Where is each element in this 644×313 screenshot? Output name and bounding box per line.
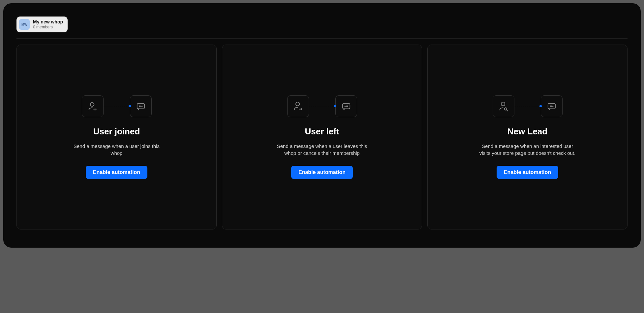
- enable-automation-button[interactable]: Enable automation: [291, 166, 353, 179]
- icon-row: [493, 95, 563, 117]
- whop-members: 0 members: [33, 25, 63, 29]
- whop-badge-text: My new whop 0 members: [33, 19, 63, 29]
- automation-card-user-left: User left Send a message when a user lea…: [222, 45, 422, 229]
- user-search-icon: [493, 95, 514, 117]
- svg-point-6: [141, 106, 142, 106]
- main-panel: MW My new whop 0 members: [3, 3, 641, 248]
- automation-cards-row: User joined Send a message when a user j…: [16, 45, 628, 229]
- card-title: User left: [305, 126, 339, 137]
- message-icon: [130, 95, 152, 117]
- svg-point-7: [295, 102, 299, 106]
- whop-avatar: MW: [19, 19, 30, 30]
- svg-point-17: [551, 106, 552, 106]
- card-description: Send a message when a user joins this wh…: [67, 143, 166, 156]
- enable-automation-button[interactable]: Enable automation: [86, 166, 147, 179]
- connector-dot-icon: [539, 105, 542, 107]
- svg-point-4: [139, 106, 140, 106]
- svg-point-12: [501, 102, 505, 106]
- card-description: Send a message when an interested user v…: [478, 143, 577, 156]
- enable-automation-button[interactable]: Enable automation: [497, 166, 558, 179]
- card-title: New Lead: [507, 126, 547, 137]
- whop-avatar-text: MW: [21, 23, 27, 26]
- svg-point-0: [90, 102, 94, 106]
- whop-name: My new whop: [33, 19, 63, 25]
- card-description: Send a message when a user leaves this w…: [273, 143, 372, 156]
- svg-point-10: [346, 106, 347, 106]
- connector-dot-icon: [129, 105, 131, 107]
- svg-point-11: [347, 106, 348, 106]
- message-icon: [335, 95, 357, 117]
- user-arrow-icon: [287, 95, 309, 117]
- svg-line-14: [506, 110, 508, 111]
- user-plus-icon: [82, 95, 104, 117]
- connector: [514, 106, 541, 106]
- automation-card-user-joined: User joined Send a message when a user j…: [16, 45, 217, 229]
- card-title: User joined: [93, 126, 140, 137]
- automation-card-new-lead: New Lead Send a message when an interest…: [427, 45, 628, 229]
- svg-point-18: [552, 106, 553, 106]
- icon-row: [82, 95, 152, 117]
- whop-badge[interactable]: MW My new whop 0 members: [16, 17, 68, 32]
- connector: [309, 106, 335, 106]
- svg-point-16: [550, 106, 551, 106]
- divider: [16, 38, 628, 39]
- icon-row: [287, 95, 357, 117]
- connector-dot-icon: [334, 105, 336, 107]
- svg-point-5: [140, 106, 141, 106]
- connector: [104, 106, 130, 106]
- message-icon: [541, 95, 563, 117]
- svg-point-9: [345, 106, 345, 106]
